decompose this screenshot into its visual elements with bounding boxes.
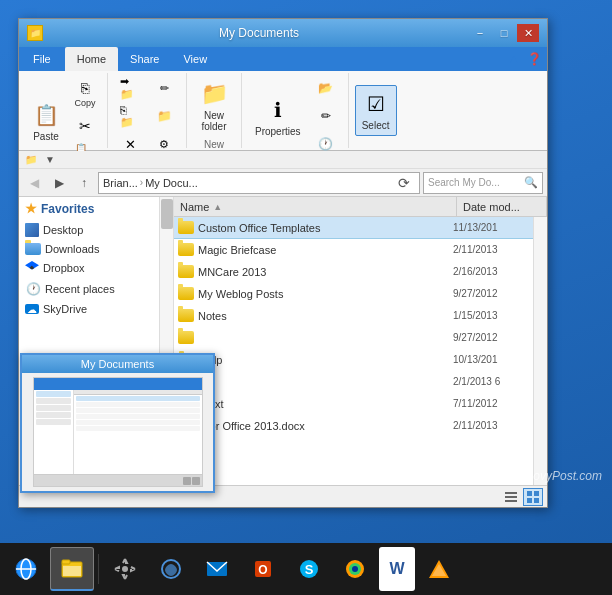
file-row-2[interactable]: MNCare 2013 2/16/2013 xyxy=(174,261,547,283)
file-list: Name ▲ Date mod... Custom Office Templat… xyxy=(174,197,547,485)
sidebar-item-downloads[interactable]: Downloads xyxy=(19,240,159,258)
sidebar-item-skydrive[interactable]: ☁ SkyDrive xyxy=(19,300,159,318)
svg-point-13 xyxy=(122,566,128,572)
svg-rect-6 xyxy=(534,498,539,503)
file-row-8[interactable]: ile.txt 7/11/2012 xyxy=(174,393,547,415)
copy-to-button[interactable]: ⎘📁 xyxy=(114,103,146,129)
thumbnail-title: My Documents xyxy=(22,355,213,373)
taskbar-email[interactable] xyxy=(195,547,239,591)
sidebar-item-dropbox[interactable]: ◆ Dropbox xyxy=(19,258,159,278)
taskbar-unknown1[interactable] xyxy=(149,547,193,591)
thumbnail-popup[interactable]: My Documents xyxy=(20,353,215,493)
taskbar-firefox[interactable] xyxy=(333,547,377,591)
copy-button[interactable]: ⎘ Copy xyxy=(69,75,101,111)
rename-button[interactable]: ✏ xyxy=(148,75,180,101)
file-name-1: Magic Briefcase xyxy=(198,244,453,256)
file-list-header: Name ▲ Date mod... xyxy=(174,197,547,217)
file-date-5: 9/27/2012 xyxy=(453,332,543,343)
new-label: New xyxy=(204,139,224,150)
taskbar-ie[interactable] xyxy=(4,547,48,591)
mini-ribbon xyxy=(34,378,202,390)
ribbon-collapse-icon[interactable]: ▲ xyxy=(505,50,523,68)
taskbar-explorer[interactable] xyxy=(50,547,94,591)
search-bar[interactable]: Search My Do... 🔍 xyxy=(423,172,543,194)
new-folder-button[interactable]: 📁 New folder xyxy=(193,75,235,137)
taskbar-settings[interactable] xyxy=(103,547,147,591)
sidebar-item-desktop[interactable]: Desktop xyxy=(19,220,159,240)
forward-button[interactable]: ▶ xyxy=(48,172,70,194)
file-name-8: ile.txt xyxy=(198,398,453,410)
taskbar: O S W xyxy=(0,543,612,595)
taskbar-word[interactable]: W xyxy=(379,547,415,591)
svg-rect-2 xyxy=(505,500,517,502)
file-row-7[interactable]: xt 2/1/2013 6 xyxy=(174,371,547,393)
sidebar-item-recent[interactable]: 🕐 Recent places xyxy=(19,278,159,300)
properties-button[interactable]: ℹ Properties xyxy=(248,91,308,142)
file-row-1[interactable]: Magic Briefcase 2/11/2013 xyxy=(174,239,547,261)
maximize-button[interactable]: □ xyxy=(493,24,515,42)
address-bar[interactable]: Brian... › My Docu... ⟳ xyxy=(98,172,420,194)
edit-button[interactable]: ✏ xyxy=(310,103,342,129)
mini-tb-icon-1 xyxy=(183,477,191,485)
file-row-4[interactable]: Notes 1/15/2013 xyxy=(174,305,547,327)
move-to-button[interactable]: ➡📁 xyxy=(114,75,146,101)
new-folder-small-button[interactable]: 📁 xyxy=(148,103,180,129)
svg-rect-0 xyxy=(505,492,517,494)
mini-content xyxy=(34,390,202,474)
desktop-label: Desktop xyxy=(43,224,83,236)
mini-file-row-5 xyxy=(76,420,200,425)
taskbar-office[interactable]: O xyxy=(241,547,285,591)
favorites-section[interactable]: ★ Favorites xyxy=(19,197,159,220)
file-date-3: 9/27/2012 xyxy=(453,288,543,299)
mini-files xyxy=(74,390,202,474)
folder-icon-1 xyxy=(178,243,194,256)
open-button[interactable]: 📂 xyxy=(310,75,342,101)
folder-icon-3 xyxy=(178,287,194,300)
file-row-6[interactable]: lt.rdp 10/13/201 xyxy=(174,349,547,371)
mini-nav xyxy=(34,390,74,474)
open-icon: 📂 xyxy=(316,78,336,98)
svg-text:S: S xyxy=(305,562,314,577)
select-button[interactable]: ☑ Select xyxy=(355,85,397,136)
file-row-3[interactable]: My Weblog Posts 9/27/2012 xyxy=(174,283,547,305)
view-tiles-icon[interactable] xyxy=(523,488,543,506)
back-button[interactable]: ◀ xyxy=(23,172,45,194)
folder-icon-2 xyxy=(178,265,194,278)
ribbon-group-open: ℹ Properties 📂 ✏ 🕐 xyxy=(242,73,349,148)
col-header-date[interactable]: Date mod... xyxy=(457,197,547,216)
path-chevron-1: › xyxy=(140,177,143,188)
tab-file[interactable]: File xyxy=(23,47,61,71)
window-title: My Documents xyxy=(49,26,469,40)
tab-share[interactable]: Share xyxy=(118,47,171,71)
file-date-1: 2/11/2013 xyxy=(453,244,543,255)
col-header-name[interactable]: Name ▲ xyxy=(174,197,457,216)
minimize-button[interactable]: − xyxy=(469,24,491,42)
cut-icon: ✂ xyxy=(75,116,95,136)
file-row-5[interactable]: 9/27/2012 xyxy=(174,327,547,349)
refresh-button[interactable]: ⟳ xyxy=(393,172,415,194)
ribbon-tabs-area: File Home Share View ▲ ❓ xyxy=(19,47,547,71)
file-row-0[interactable]: Custom Office Templates 11/13/201 xyxy=(174,217,547,239)
mini-file-row-3 xyxy=(76,408,200,413)
svg-rect-11 xyxy=(62,560,70,564)
file-name-2: MNCare 2013 xyxy=(198,266,453,278)
file-name-4: Notes xyxy=(198,310,453,322)
up-button[interactable]: ↑ xyxy=(73,172,95,194)
cut-button[interactable]: ✂ xyxy=(69,113,101,139)
view-list-icon[interactable] xyxy=(501,488,521,506)
qa-dropdown-btn[interactable]: ▼ xyxy=(42,152,58,168)
star-icon: ★ xyxy=(25,201,37,216)
file-date-9: 2/11/2013 xyxy=(453,420,543,431)
tab-home[interactable]: Home xyxy=(65,47,118,71)
file-scrollbar[interactable] xyxy=(533,217,547,485)
new-folder-icon: 📁 xyxy=(200,80,228,108)
paste-button[interactable]: 📋 Paste xyxy=(25,96,67,147)
taskbar-vlc[interactable] xyxy=(417,547,461,591)
taskbar-skype[interactable]: S xyxy=(287,547,331,591)
file-row-9[interactable]: s for Office 2013.docx 2/11/2013 xyxy=(174,415,547,437)
recent-icon: 🕐 xyxy=(25,281,41,297)
tab-view[interactable]: View xyxy=(171,47,219,71)
mini-file-row-2 xyxy=(76,402,200,407)
ribbon-help-icon[interactable]: ❓ xyxy=(525,50,543,68)
close-button[interactable]: ✕ xyxy=(517,24,539,42)
